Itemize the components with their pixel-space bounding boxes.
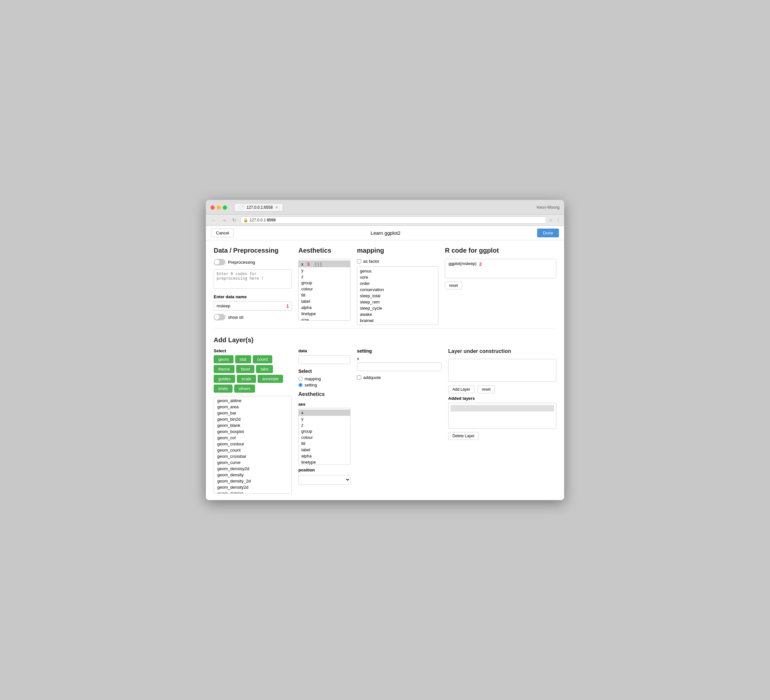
mapping-item-genus[interactable]: genus — [358, 268, 438, 274]
aesthetics-item-alpha[interactable]: alpha — [299, 305, 350, 311]
aesthetics-item-linetype[interactable]: linetype — [299, 311, 350, 317]
done-button[interactable]: Done — [537, 229, 559, 237]
tab-bar: 📄 127.0.0.1:6558 ✕ — [234, 203, 534, 211]
scale-button[interactable]: scale — [237, 375, 256, 383]
geom-dotplot[interactable]: geom_dotplot — [214, 490, 291, 494]
mapping-item-vore[interactable]: vore — [358, 274, 438, 280]
geom-curve[interactable]: geom_curve — [214, 460, 291, 466]
aes-item-fill[interactable]: fill — [299, 440, 350, 447]
stat-button[interactable]: stat — [235, 355, 251, 363]
geom-area[interactable]: geom_area — [214, 404, 291, 410]
menu-icon[interactable]: ⋮ — [556, 218, 560, 223]
geom-abline[interactable]: geom_abline — [214, 398, 291, 404]
data-input[interactable] — [298, 355, 351, 364]
show-str-toggle[interactable] — [214, 314, 225, 320]
mapping-item-sleep-cycle[interactable]: sleep_cycle — [358, 305, 438, 311]
delete-layer-button[interactable]: Delete Layer — [448, 432, 479, 440]
mapping-item-conservation[interactable]: conservation — [358, 287, 438, 293]
aes-item-linetype[interactable]: linetype — [299, 459, 350, 465]
layer-construction-panel: Layer under construction Add Layer reset… — [448, 348, 556, 494]
geom-count[interactable]: geom_count — [214, 447, 291, 453]
geom-density[interactable]: geom_density — [214, 472, 291, 478]
aesthetics-item-label[interactable]: label — [299, 298, 350, 305]
rcode-box[interactable]: ggplot(msleep) 2 — [445, 259, 556, 278]
aes-listbox[interactable]: x y z group colour fill label alpha line… — [298, 408, 351, 465]
guides-button[interactable]: guides — [214, 375, 235, 383]
aesthetics-item-size[interactable]: size — [299, 317, 350, 321]
aesthetics-item-group[interactable]: group — [299, 280, 350, 286]
mapping-listbox[interactable]: genus vore order conservation sleep_tota… — [357, 266, 438, 325]
aesthetics-item-colour[interactable]: colour — [299, 286, 350, 292]
geom-bar[interactable]: geom_bar — [214, 410, 291, 416]
reload-button[interactable]: ↻ — [231, 217, 238, 223]
layers-setting-panel: setting x addquote — [357, 348, 442, 494]
mapping-item-awake[interactable]: awake — [358, 311, 438, 318]
toggle-knob — [214, 260, 220, 265]
back-button[interactable]: ← — [210, 217, 218, 223]
bookmark-icon[interactable]: ☆ — [549, 218, 553, 223]
forward-button[interactable]: → — [220, 217, 228, 223]
geom-density-2d[interactable]: geom_density_2d — [214, 478, 291, 484]
data-name-input-box: 1 — [214, 301, 292, 311]
data-name-badge: 1 — [286, 303, 289, 309]
addquote-checkbox[interactable] — [357, 376, 361, 380]
aesthetics-listbox[interactable]: x 3 ▐▐▐ y z group colour fill label alph… — [298, 259, 351, 321]
geom-list[interactable]: geom_abline geom_area geom_bar geom_bin2… — [214, 396, 292, 494]
geom-boxplot[interactable]: geom_boxplot — [214, 429, 291, 435]
address-bar: ← → ↻ 🔒 127.0.0.1:6558 ☆ ⋮ — [206, 215, 564, 226]
as-factor-checkbox[interactable] — [357, 259, 361, 263]
preprocessing-textarea[interactable] — [214, 269, 292, 289]
radio-setting[interactable] — [298, 383, 302, 387]
aes-item-alpha[interactable]: alpha — [299, 453, 350, 459]
add-layer-button[interactable]: Add Layer — [448, 385, 475, 393]
aes-item-y[interactable]: y — [299, 416, 350, 422]
aes-item-group[interactable]: group — [299, 428, 350, 434]
theme-button[interactable]: theme — [214, 365, 235, 373]
labs-button[interactable]: labs — [256, 365, 273, 373]
maximize-button[interactable] — [223, 205, 227, 210]
mapping-item-order[interactable]: order — [358, 280, 438, 287]
minimize-button[interactable] — [217, 205, 221, 210]
mapping-item-sleep-rem[interactable]: sleep_rem — [358, 299, 438, 305]
tab-icon: 📄 — [239, 205, 244, 210]
main-divider — [214, 328, 556, 329]
geom-contour[interactable]: geom_contour — [214, 441, 291, 447]
aesthetics-item-z[interactable]: z — [299, 274, 350, 280]
aes-item-x[interactable]: x — [299, 410, 350, 416]
geom-bin2d[interactable]: geom_bin2d — [214, 416, 291, 422]
geom-densisy2d[interactable]: geom_densisy2d — [214, 466, 291, 472]
close-button[interactable] — [210, 205, 215, 210]
aes-item-z[interactable]: z — [299, 422, 350, 428]
mapping-item-sleep-total[interactable]: sleep_total — [358, 293, 438, 299]
mapping-item-brainwt[interactable]: brainwt — [358, 318, 438, 324]
coord-button[interactable]: coord — [253, 355, 273, 363]
top-section-grid: Data / Preprocessing Preprocessing Enter… — [214, 247, 556, 325]
geom-blank[interactable]: geom_blank — [214, 422, 291, 429]
geom-col[interactable]: geom_col — [214, 435, 291, 441]
aesthetics-item-fill[interactable]: fill — [299, 292, 350, 298]
rcode-reset-button[interactable]: reset — [445, 282, 462, 289]
rcode-title: R code for ggplot — [445, 247, 556, 254]
cancel-button[interactable]: Cancel — [211, 229, 234, 237]
as-factor-label: as factor — [363, 259, 380, 264]
layer-reset-button[interactable]: reset — [477, 385, 495, 393]
geom-density2d[interactable]: geom_density2d — [214, 484, 291, 490]
data-name-input[interactable] — [217, 303, 284, 308]
others-button[interactable]: others — [234, 384, 255, 393]
browser-tab[interactable]: 📄 127.0.0.1:6558 ✕ — [234, 203, 283, 211]
position-select[interactable] — [298, 475, 351, 484]
aesthetics-item-y[interactable]: y — [299, 267, 350, 274]
limits-button[interactable]: limits — [214, 384, 233, 393]
rcode-value: ggplot(msleep) — [448, 261, 477, 266]
radio-mapping[interactable] — [298, 377, 302, 381]
aes-item-colour[interactable]: colour — [299, 434, 350, 440]
preprocessing-toggle[interactable] — [214, 259, 225, 265]
geom-button[interactable]: geom — [214, 355, 233, 363]
geom-crossbar[interactable]: geom_crossbar — [214, 453, 291, 460]
annotate-button[interactable]: annotate — [258, 375, 283, 383]
aes-item-label[interactable]: label — [299, 447, 350, 453]
aesthetics-item-x[interactable]: x 3 ▐▐▐ — [299, 260, 350, 267]
facet-button[interactable]: facet — [236, 365, 254, 373]
setting-x-input[interactable] — [357, 362, 442, 371]
tab-close-icon[interactable]: ✕ — [275, 205, 278, 210]
